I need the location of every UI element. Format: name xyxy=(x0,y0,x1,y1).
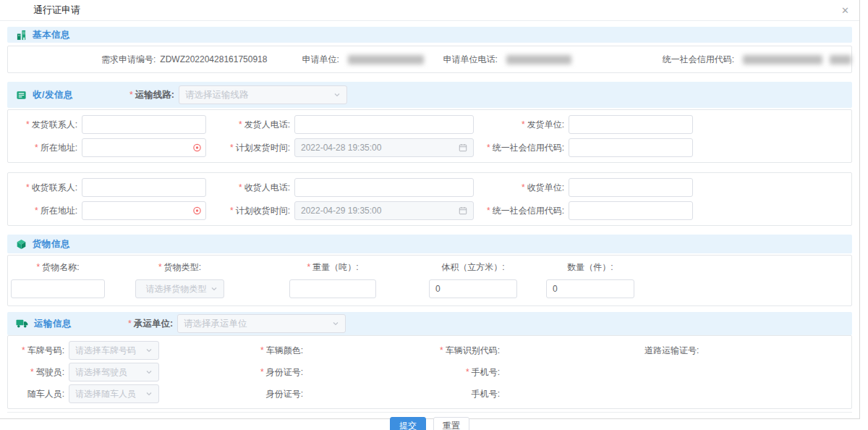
receiver-time-value: 2022-04-29 19:35:00 xyxy=(301,206,459,216)
dialog-titlebar: 通行证申请 ✕ xyxy=(0,0,859,21)
required-asterisk: * xyxy=(26,119,30,130)
receiver-phone-input[interactable] xyxy=(294,178,474,197)
cargo-labels-row: *货物名称: *货物类型: *重量（吨）: 体积（立方米）: 数量（件）: xyxy=(8,261,851,274)
receiver-unit-input[interactable] xyxy=(569,178,693,197)
cargo-weight-label: *重量（吨）: xyxy=(289,261,376,274)
required-asterisk: * xyxy=(239,182,242,193)
cargo-type-placeholder: 请选择货物类型 xyxy=(142,283,210,295)
driver-phone-label: 手机号: xyxy=(472,367,500,377)
section-title-shipping-info: 收/发信息 xyxy=(33,89,73,101)
receiver-contact-label: 收货联系人: xyxy=(32,182,77,193)
route-select-placeholder: 请选择运输线路 xyxy=(185,89,333,101)
sender-row-2: *所在地址: *计划发货时间: 2022-04-28 19:35:00 *统一社… xyxy=(8,136,851,159)
crew-label: 随车人员: xyxy=(27,389,64,399)
sender-contact-input[interactable] xyxy=(82,115,206,134)
sender-credit-input[interactable] xyxy=(569,138,693,157)
credit-code-field: 统一社会信用代码: xyxy=(663,54,851,66)
form-footer: 提交 重置 xyxy=(7,412,852,430)
driver-select-placeholder: 请选择驾驶员 xyxy=(75,366,145,379)
plate-select-placeholder: 请选择车牌号码 xyxy=(75,345,145,357)
sender-address-input[interactable] xyxy=(82,138,206,157)
section-title-transport-info: 运输信息 xyxy=(34,318,72,330)
required-asterisk: * xyxy=(260,345,264,355)
required-asterisk: * xyxy=(35,206,38,216)
sender-time-label: 计划发货时间: xyxy=(236,143,290,153)
location-pin-icon[interactable] xyxy=(192,206,202,216)
cube-icon xyxy=(16,239,27,250)
request-number-label: 需求申请编号: xyxy=(101,54,160,66)
vin-field: *车辆识别代码: xyxy=(435,345,644,357)
section-title-cargo-info: 货物信息 xyxy=(33,238,70,250)
page-title: 通行证申请 xyxy=(33,4,80,17)
receiver-time-picker[interactable]: 2022-04-29 19:35:00 xyxy=(294,201,474,220)
receiver-unit-field: *收货单位: xyxy=(478,178,851,197)
plate-select[interactable]: 请选择车牌号码 xyxy=(69,341,159,360)
receiver-phone-label: 收货人电话: xyxy=(244,182,290,193)
cargo-name-input[interactable] xyxy=(11,279,105,298)
driver-select[interactable]: 请选择驾驶员 xyxy=(69,363,159,381)
crew-row: 随车人员: 请选择随车人员 身份证号: 手机号: xyxy=(8,383,851,405)
required-asterisk: * xyxy=(230,143,234,153)
section-header-cargo-info: 货物信息 xyxy=(7,235,852,253)
location-pin-icon[interactable] xyxy=(192,143,202,153)
cargo-inputs-row: 请选择货物类型 xyxy=(8,279,851,298)
carrier-field: *承运单位: 请选择承运单位 xyxy=(128,314,346,333)
required-asterisk: * xyxy=(260,367,264,377)
redacted-credit-code-value xyxy=(743,55,822,64)
cargo-type-select[interactable]: 请选择货物类型 xyxy=(135,279,224,298)
sender-info-box: *发货联系人: *发货人电话: *发货单位: *所在地址: xyxy=(7,109,852,163)
receiver-contact-input[interactable] xyxy=(82,178,206,197)
crew-select[interactable]: 请选择随车人员 xyxy=(69,384,159,403)
receiver-time-field: *计划收货时间: 2022-04-29 19:35:00 xyxy=(210,201,478,220)
chevron-down-icon xyxy=(145,347,153,354)
sender-time-picker[interactable]: 2022-04-28 19:35:00 xyxy=(294,138,474,157)
carrier-label: *承运单位: xyxy=(128,318,177,330)
receiver-phone-field: *收货人电话: xyxy=(210,178,478,197)
carrier-select-placeholder: 请选择承运单位 xyxy=(184,318,332,330)
driver-field: *驾驶员: 请选择驾驶员 xyxy=(8,363,225,381)
reset-button[interactable]: 重置 xyxy=(433,417,469,430)
required-asterisk: * xyxy=(487,143,490,153)
apply-unit-label: 申请单位: xyxy=(302,54,343,66)
receiver-credit-field: *统一社会信用代码: xyxy=(478,201,851,220)
sender-unit-field: *发货单位: xyxy=(478,115,851,134)
required-asterisk: * xyxy=(129,90,133,100)
redacted-apply-phone-value xyxy=(506,55,571,64)
cargo-weight-input[interactable] xyxy=(289,279,376,298)
driver-row: *驾驶员: 请选择驾驶员 *身份证号: *手机号: xyxy=(8,361,851,383)
cargo-quantity-input[interactable] xyxy=(546,279,634,298)
sender-phone-input[interactable] xyxy=(294,115,474,134)
driver-phone-field: *手机号: xyxy=(435,366,644,379)
permit-application-dialog: 通行证申请 ✕ 基本信息 需求申请编号: ZDWZ202204281617509… xyxy=(0,0,860,419)
required-asterisk: * xyxy=(522,182,525,193)
cargo-volume-input[interactable] xyxy=(429,279,517,298)
submit-button[interactable]: 提交 xyxy=(390,417,426,430)
required-asterisk: * xyxy=(440,345,443,355)
route-select[interactable]: 请选择运输线路 xyxy=(179,85,347,104)
basic-info-box: 需求申请编号: ZDWZ20220428161750918 申请单位: 申请单位… xyxy=(7,46,852,73)
apply-phone-label: 申请单位电话: xyxy=(443,54,502,66)
crew-select-placeholder: 请选择随车人员 xyxy=(75,388,145,400)
required-asterisk: * xyxy=(522,119,525,130)
receiver-row-1: *收货联系人: *收货人电话: *收货单位: xyxy=(8,176,851,199)
sender-unit-input[interactable] xyxy=(569,115,693,134)
required-asterisk: * xyxy=(487,206,490,216)
sender-time-field: *计划发货时间: 2022-04-28 19:35:00 xyxy=(210,138,478,157)
driver-id-label: 身份证号: xyxy=(266,367,303,377)
close-icon[interactable]: ✕ xyxy=(841,6,849,15)
sender-row-1: *发货联系人: *发货人电话: *发货单位: xyxy=(8,113,851,136)
required-asterisk: * xyxy=(239,119,242,130)
road-permit-field: 道路运输证号: xyxy=(644,345,851,357)
calendar-icon xyxy=(459,143,467,152)
cargo-volume-label: 体积（立方米）: xyxy=(429,261,517,274)
sender-unit-label: 发货单位: xyxy=(527,119,564,130)
carrier-select[interactable]: 请选择承运单位 xyxy=(177,314,346,333)
calendar-icon xyxy=(459,206,467,215)
chevron-down-icon xyxy=(145,390,153,397)
required-asterisk: * xyxy=(30,367,34,377)
receiver-credit-input[interactable] xyxy=(569,201,693,220)
route-label: *运输线路: xyxy=(129,89,179,101)
required-asterisk: * xyxy=(22,345,25,355)
receiver-address-input[interactable] xyxy=(82,201,206,220)
required-asterisk: * xyxy=(158,262,162,272)
